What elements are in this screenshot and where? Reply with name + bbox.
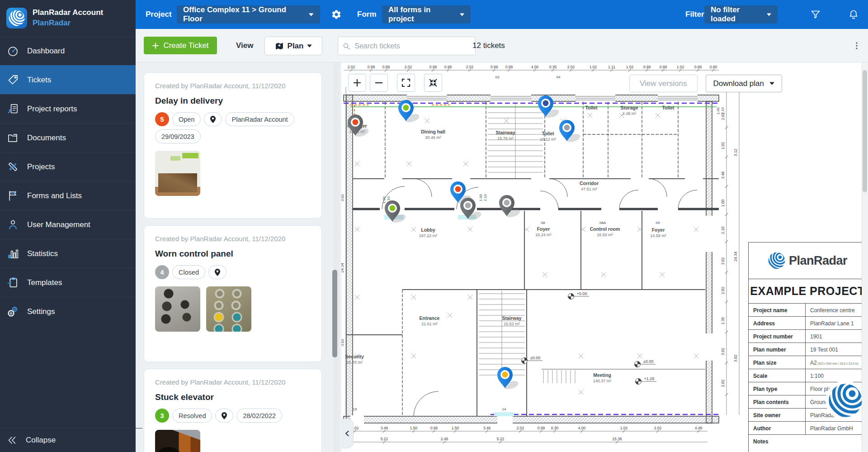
svg-text:4.48: 4.48 (695, 426, 703, 430)
svg-text:Storage: Storage (620, 105, 638, 110)
ticket-photo-thumbnail[interactable] (155, 286, 200, 332)
plan-actions: View versions Download plan (629, 75, 782, 92)
room-label: Meeting140.37 m² (593, 372, 612, 383)
chevron-down-icon (460, 13, 464, 16)
compress-arrows-icon (429, 78, 438, 87)
svg-text:Toilet: Toilet (662, 105, 675, 110)
filter-funnel-button[interactable] (808, 7, 823, 22)
plan-annotation-label: 1.00 (382, 196, 386, 204)
svg-text:0.96: 0.96 (430, 426, 438, 430)
list-scrollbar-thumb[interactable] (332, 270, 337, 357)
account-header[interactable]: PlanRadar Account PlanRadar (0, 0, 136, 36)
titleblock-row: Plan number19 Test 001 (749, 343, 866, 356)
svg-text:15.36: 15.36 (612, 437, 622, 441)
ticket-number-badge: 4 (155, 265, 169, 279)
ticket-card-delay-in-delivery[interactable]: Created by PlanRadar Account, 11/12/2020… (144, 72, 322, 219)
sidebar-item-forms-lists[interactable]: Forms and Lists (0, 181, 136, 210)
ticket-pin[interactable] (385, 200, 407, 224)
filter-selector-value: No filter loaded (711, 5, 761, 24)
ticket-title: Worn control panel (155, 249, 311, 259)
list-scrollbar[interactable] (334, 62, 340, 452)
ruler-pencil-icon (7, 161, 19, 173)
svg-text:3.12: 3.12 (733, 148, 738, 156)
ticket-pin[interactable] (559, 120, 581, 144)
svg-text:0.30: 0.30 (551, 426, 559, 430)
ticket-created: Created by PlanRadar Account, 11/12/2020 (155, 82, 311, 90)
create-ticket-button[interactable]: Create Ticket (144, 37, 217, 54)
ticket-photo-thumbnail[interactable] (155, 151, 200, 196)
sidebar-item-label: Tickets (27, 76, 51, 85)
sidebar-item-tickets[interactable]: Tickets (0, 65, 136, 94)
room-label: Toilet (585, 105, 598, 110)
project-selector[interactable]: Office Complex 11 > Ground Floor (177, 5, 320, 24)
svg-text:15.76 m²: 15.76 m² (497, 136, 514, 141)
download-plan-button[interactable]: Download plan (706, 75, 782, 92)
plan-scrollbar[interactable] (862, 62, 868, 452)
svg-text:Toilet: Toilet (585, 105, 598, 110)
view-versions-button[interactable]: View versions (629, 75, 698, 92)
sidebar-item-label: Templates (27, 278, 62, 287)
sidebar-item-label: Statistics (27, 249, 58, 258)
titleblock-row: Project number1901 (749, 330, 866, 343)
svg-text:Control room: Control room (590, 226, 620, 232)
svg-text:2.46: 2.46 (441, 437, 448, 441)
svg-text:Toilet: Toilet (542, 131, 554, 136)
sidebar-collapse-button[interactable]: Collapse (0, 428, 142, 452)
plan-annotation-label: 1.00 (479, 194, 483, 201)
svg-text:0.99: 0.99 (429, 65, 437, 69)
sidebar-item-project-reports[interactable]: Project reports (0, 94, 136, 123)
plan-annotation-label: 08A (599, 221, 606, 225)
ticket-number-badge: 3 (155, 409, 169, 423)
svg-text:Foyer: Foyer (537, 226, 550, 232)
plan-annotation-label: 2.10 (483, 194, 487, 201)
project-selector-value: Office Complex 11 > Ground Floor (183, 5, 303, 24)
view-mode-dropdown[interactable]: Plan (264, 37, 322, 55)
ticket-card-stuck-elevator[interactable]: Created by PlanRadar Account, 11/12/2020… (144, 369, 322, 452)
sidebar-item-statistics[interactable]: Statistics (0, 239, 136, 268)
sidebar-item-templates[interactable]: Templates (0, 268, 136, 297)
svg-text:30.46 m²: 30.46 m² (425, 135, 441, 140)
fit-to-screen-button[interactable] (424, 74, 442, 92)
ticket-card-worn-control-panel[interactable]: Created by PlanRadar Account, 11/12/2020… (144, 225, 322, 362)
ticket-photo-thumbnail[interactable] (206, 286, 251, 332)
svg-text:0.80: 0.80 (710, 65, 717, 69)
svg-text:4.00: 4.00 (578, 426, 586, 430)
titleblock-row: Plan sizeA2 (420 x 594 mm / 16.5 x 23.4 … (749, 356, 866, 369)
svg-text:3.02: 3.02 (341, 338, 344, 346)
sidebar-item-documents[interactable]: Documents (0, 123, 136, 152)
svg-text:16.24 m²: 16.24 m² (535, 233, 552, 237)
notifications-button[interactable] (846, 7, 861, 22)
ticket-pin[interactable] (499, 195, 521, 219)
svg-text:24.34: 24.34 (341, 263, 344, 273)
zoom-out-button[interactable] (370, 74, 388, 92)
svg-text:1.02: 1.02 (590, 65, 597, 69)
ticket-photo-thumbnail[interactable] (155, 430, 200, 452)
titleblock-brand: PlanRadar (789, 254, 847, 268)
ticket-pin[interactable] (497, 367, 519, 391)
more-options-button[interactable] (850, 39, 863, 52)
sidebar-item-label: Projects (27, 162, 55, 171)
filter-label: Filter (685, 0, 704, 29)
zoom-in-button[interactable] (348, 74, 366, 92)
svg-text:1.11: 1.11 (608, 65, 615, 69)
room-label: Foyer16.24 m² (535, 226, 552, 237)
sidebar-item-settings[interactable]: Settings (0, 297, 136, 326)
sidebar-item-user-management[interactable]: User Management (0, 210, 136, 239)
room-label: Toilet16.12 m² (540, 131, 556, 142)
svg-text:1.02: 1.02 (677, 65, 684, 69)
chevron-down-icon (769, 82, 774, 85)
collapse-list-panel-handle[interactable] (341, 419, 354, 448)
project-settings-gear-button[interactable] (329, 7, 344, 22)
search-input[interactable] (354, 42, 471, 51)
sidebar-item-projects[interactable]: Projects (0, 152, 136, 181)
filter-selector[interactable]: No filter loaded (704, 5, 778, 24)
plan-scrollbar-thumb[interactable] (863, 70, 867, 192)
sidebar-item-dashboard[interactable]: Dashboard (0, 36, 136, 65)
svg-text:3.46: 3.46 (721, 171, 725, 179)
plan-viewer[interactable]: 2.020.990.992.020.990.992.020.990.994.00… (341, 62, 868, 452)
svg-text:0.99: 0.99 (505, 65, 513, 69)
workspace-name: PlanRadar (33, 18, 103, 29)
form-selector-value: All forms in project (388, 5, 454, 24)
form-selector[interactable]: All forms in project (382, 5, 471, 24)
fullscreen-button[interactable] (397, 74, 415, 92)
